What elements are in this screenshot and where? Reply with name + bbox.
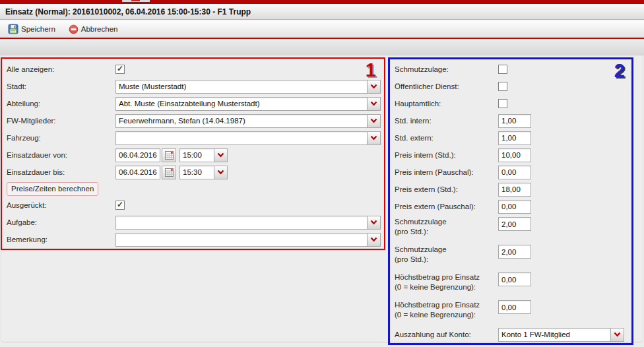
dauer-von-time-input[interactable] — [179, 148, 214, 162]
auszahlung-konto-dropdown-trigger[interactable] — [610, 328, 624, 342]
einsatzdauer-von-row: Einsatzdauer von: — [3, 146, 383, 164]
save-button[interactable]: Speichern — [4, 21, 59, 37]
calendar-icon — [165, 168, 174, 177]
std-intern-label: Std. intern: — [391, 116, 498, 126]
preis-extern-pauschal-label: Preis extern (Pauschal): — [391, 202, 498, 212]
annotation-number-2: 2 — [614, 61, 625, 80]
schmutzzulage-std-input-2[interactable] — [498, 245, 531, 259]
fahrzeug-input[interactable] — [115, 131, 367, 145]
aufgabe-combobox[interactable] — [115, 216, 381, 230]
fw-mitglieder-dropdown-trigger[interactable] — [367, 114, 381, 128]
chevron-down-icon — [217, 170, 224, 175]
fw-mitglieder-label: FW-Mitglieder: — [3, 117, 115, 125]
schmutzzulage-std-label-1: Schmutzzulage (pro Std.): — [391, 217, 498, 237]
dauer-bis-time-combobox[interactable] — [179, 166, 228, 179]
ausgerueckt-label: Ausgerückt: — [3, 201, 115, 209]
preis-intern-std-input[interactable] — [498, 148, 531, 162]
fahrzeug-combobox[interactable] — [115, 131, 381, 145]
oeffentlicher-dienst-label: Öffentlicher Dienst: — [391, 82, 498, 92]
std-extern-label: Std. extern: — [391, 133, 498, 143]
oeffentlicher-dienst-checkbox[interactable] — [498, 82, 507, 91]
einsatz-details-panel: 1 Alle anzeigen: ✓ Stadt: Abteilung: FW-… — [1, 57, 385, 250]
schmutzzulage-cb-label: Schmutzzulage: — [391, 65, 498, 75]
schmutzzulage-std-label-2: Schmutzzulage (pro Std.): — [391, 245, 498, 265]
abteilung-combobox[interactable] — [115, 97, 381, 111]
fw-mitglieder-combobox[interactable] — [115, 114, 381, 128]
dauer-bis-time-trigger[interactable] — [214, 166, 228, 179]
bemerkung-combobox[interactable] — [115, 233, 381, 247]
preis-intern-pauschal-input[interactable] — [498, 166, 531, 179]
alle-anzeigen-label: Alle anzeigen: — [3, 65, 115, 73]
auszahlung-konto-row: Auszahlung auf Konto: — [391, 326, 629, 343]
chevron-down-icon — [370, 220, 377, 225]
ausgerueckt-checkbox[interactable]: ✓ — [115, 201, 125, 210]
abteilung-row: Abteilung: — [3, 95, 383, 112]
aufgabe-label: Aufgabe: — [3, 218, 115, 226]
aufgabe-row: Aufgabe: — [3, 214, 383, 231]
abteilung-input[interactable] — [115, 97, 367, 111]
preis-extern-std-input[interactable] — [498, 183, 531, 197]
aufgabe-input[interactable] — [115, 216, 367, 230]
dauer-von-calendar-button[interactable] — [162, 148, 176, 162]
calendar-icon — [165, 151, 174, 160]
schmutzzulage-checkbox[interactable] — [498, 65, 507, 74]
std-extern-row: Std. extern: — [391, 129, 629, 146]
std-intern-row: Std. intern: — [391, 112, 629, 129]
fw-mitglieder-input[interactable] — [115, 114, 367, 128]
alle-anzeigen-checkbox[interactable]: ✓ — [115, 65, 125, 74]
preise-zeiten-berechnen-button[interactable]: Preise/Zeiten berechnen — [7, 182, 98, 196]
abteilung-dropdown-trigger[interactable] — [367, 97, 381, 111]
checkmark-icon: ✓ — [117, 201, 123, 208]
dauer-von-time-trigger[interactable] — [214, 148, 228, 162]
schmutzzulage-cb-row: Schmutzzulage: — [391, 61, 629, 78]
hoechstbetrag-input-2[interactable] — [498, 300, 531, 314]
dauer-bis-time-input[interactable] — [179, 166, 214, 179]
dauer-bis-calendar-button[interactable] — [162, 166, 176, 179]
fahrzeug-row: Fahrzeug: — [3, 129, 383, 146]
bemerkung-dropdown-trigger[interactable] — [367, 233, 381, 247]
auszahlung-konto-combobox[interactable] — [498, 328, 624, 342]
stadt-combobox[interactable] — [115, 80, 381, 94]
std-extern-input[interactable] — [498, 131, 531, 145]
stadt-dropdown-trigger[interactable] — [367, 80, 381, 94]
chevron-down-icon — [370, 101, 377, 106]
einsatzdauer-von-label: Einsatzdauer von: — [3, 151, 115, 159]
abrechnung-panel: 2 Schmutzzulage: Öffentlicher Dienst: Ha… — [388, 57, 633, 345]
cancel-button-label: Abbrechen — [81, 25, 118, 33]
hoechstbetrag-input-1[interactable] — [498, 272, 531, 286]
dauer-bis-date-input[interactable] — [115, 166, 160, 179]
schmutzzulage-std-input-1[interactable] — [498, 217, 531, 231]
preis-extern-pauschal-row: Preis extern (Pauschal): — [391, 198, 629, 215]
stadt-input[interactable] — [115, 80, 367, 94]
fw-mitglieder-row: FW-Mitglieder: — [3, 112, 383, 129]
einsatzdauer-bis-label: Einsatzdauer bis: — [3, 168, 115, 176]
window-titlebar: Einsatz (Normal): 20161010002, 06.04.201… — [0, 4, 644, 20]
chevron-down-icon — [370, 84, 377, 89]
bemerkung-row: Bemerkung: — [3, 231, 383, 248]
stadt-label: Stadt: — [3, 82, 115, 90]
bemerkung-label: Bemerkung: — [3, 236, 115, 243]
schmutzzulage-std-row-1: Schmutzzulage (pro Std.): — [391, 215, 629, 243]
main-toolbar: Speichern Abbrechen — [0, 20, 644, 39]
hoechstbetrag-label-2: Höchstbetrag pro Einsatz (0 = keine Begr… — [391, 300, 498, 320]
hauptamtlich-row: Hauptamtlich: — [391, 95, 629, 112]
preis-extern-pauschal-input[interactable] — [498, 200, 531, 214]
fahrzeug-dropdown-trigger[interactable] — [367, 131, 381, 145]
cancel-button[interactable]: Abbrechen — [65, 22, 122, 37]
preis-intern-std-label: Preis intern (Std.): — [391, 150, 498, 160]
chevron-down-icon — [614, 332, 621, 337]
hoechstbetrag-label-1: Höchstbetrag pro Einsatz (0 = keine Begr… — [391, 272, 498, 292]
dauer-von-time-combobox[interactable] — [179, 148, 228, 162]
save-button-label: Speichern — [21, 25, 55, 33]
hauptamtlich-checkbox[interactable] — [498, 99, 507, 108]
bemerkung-input[interactable] — [115, 233, 367, 247]
aufgabe-dropdown-trigger[interactable] — [367, 216, 381, 230]
dauer-von-date-input[interactable] — [115, 148, 160, 162]
ausgerueckt-row: Ausgerückt: ✓ — [3, 197, 383, 214]
schmutzzulage-std-row-2: Schmutzzulage (pro Std.): — [391, 243, 629, 270]
std-intern-input[interactable] — [498, 114, 531, 128]
berechnen-row: Preise/Zeiten berechnen — [3, 181, 383, 197]
auszahlung-konto-input[interactable] — [498, 328, 610, 342]
hoechstbetrag-row-2: Höchstbetrag pro Einsatz (0 = keine Begr… — [391, 298, 629, 326]
hauptamtlich-label: Hauptamtlich: — [391, 99, 498, 109]
